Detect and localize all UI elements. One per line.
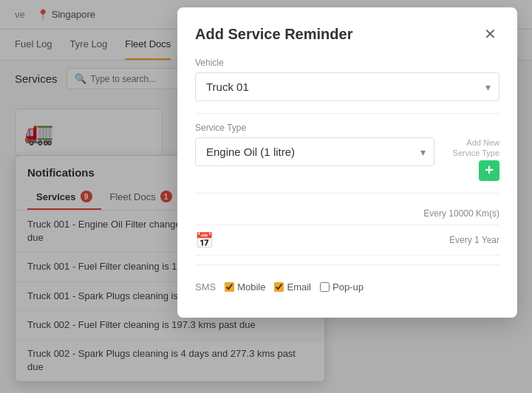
service-type-row: Engine Oil (1 litre) ▾ Add NewService Ty…	[195, 137, 499, 181]
vehicle-select-wrapper: Truck 01 ▾	[195, 72, 499, 101]
modal-header: Add Service Reminder ✕	[195, 25, 499, 43]
sms-label: SMS	[195, 281, 216, 293]
add-new-service-area: Add NewService Type +	[440, 137, 499, 181]
add-new-service-button[interactable]: +	[479, 160, 499, 181]
service-type-label: Service Type	[195, 123, 499, 133]
service-type-select-wrapper: Engine Oil (1 litre) ▾	[195, 137, 434, 166]
email-checkbox[interactable]	[274, 282, 284, 292]
add-new-service-label: Add NewService Type	[453, 137, 499, 159]
year-reminder-label: Every 1 Year	[449, 235, 499, 245]
add-service-reminder-modal: Add Service Reminder ✕ Vehicle Truck 01 …	[177, 7, 517, 318]
km-reminder-label: Every 10000 Km(s)	[423, 208, 499, 219]
notification-prefs: SMS Mobile Email Pop-up	[195, 274, 499, 300]
email-checkbox-label[interactable]: Email	[274, 281, 311, 293]
vehicle-section: Vehicle Truck 01 ▾	[195, 58, 499, 101]
email-label: Email	[287, 281, 311, 293]
vehicle-label: Vehicle	[195, 58, 499, 68]
calendar-icon: 📅	[195, 231, 214, 249]
divider-1	[195, 113, 499, 114]
popup-checkbox-label[interactable]: Pop-up	[320, 281, 364, 293]
year-reminder-left: 📅	[195, 231, 214, 249]
km-reminder-row: Every 10000 Km(s)	[195, 202, 499, 225]
vehicle-select[interactable]: Truck 01	[195, 72, 499, 101]
mobile-checkbox[interactable]	[225, 282, 234, 292]
modal-title: Add Service Reminder	[195, 26, 352, 43]
divider-3	[195, 264, 499, 265]
service-type-select[interactable]: Engine Oil (1 litre)	[195, 137, 434, 166]
popup-label: Pop-up	[332, 281, 364, 293]
popup-checkbox[interactable]	[320, 282, 330, 292]
modal-close-button[interactable]: ✕	[481, 25, 499, 43]
service-type-section: Service Type Engine Oil (1 litre) ▾ Add …	[195, 123, 499, 181]
divider-2	[195, 193, 499, 194]
mobile-checkbox-label[interactable]: Mobile	[225, 281, 265, 293]
year-reminder-row: 📅 Every 1 Year	[195, 225, 499, 256]
mobile-label: Mobile	[237, 281, 265, 293]
